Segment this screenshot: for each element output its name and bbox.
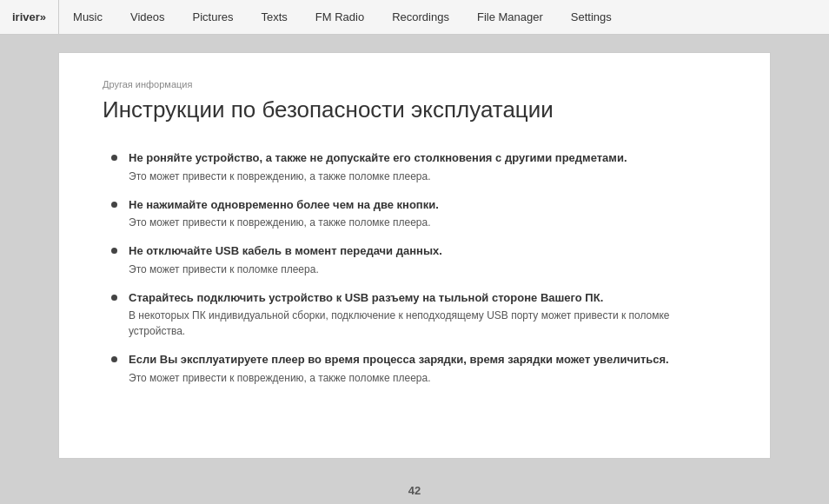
list-item: Не роняйте устройство, а также не допуск… [111, 149, 726, 184]
logo-text: iriver [12, 10, 40, 23]
bullet-main-text: Не отключайте USB кабель в момент переда… [129, 242, 726, 260]
nav-item-music[interactable]: Music [59, 0, 116, 34]
nav-item-videos[interactable]: Videos [116, 0, 179, 34]
logo-arrow-icon: » [40, 10, 46, 23]
breadcrumb: Другая информация [103, 79, 726, 90]
nav-item-fm-radio[interactable]: FM Radio [302, 0, 378, 34]
nav-item-file-manager[interactable]: File Manager [463, 0, 557, 34]
page-title: Инструкции по безопасности эксплуатации [103, 96, 726, 123]
bullet-main-text: Не роняйте устройство, а также не допуск… [129, 149, 726, 167]
logo[interactable]: iriver » [9, 0, 59, 34]
nav-item-texts[interactable]: Texts [247, 0, 301, 34]
footer: 42 [0, 476, 829, 504]
bullet-main-text: Не нажимайте одновременно более чем на д… [129, 196, 726, 214]
page-number: 42 [408, 484, 421, 497]
bullet-main-text: Если Вы эксплуатируете плеер во время пр… [129, 351, 726, 368]
nav-item-pictures[interactable]: Pictures [179, 0, 248, 34]
bullet-sub-text: Это может привести к поломке плеера. [129, 262, 726, 277]
list-item: Старайтесь подключить устройство к USB р… [111, 289, 726, 340]
list-item: Если Вы эксплуатируете плеер во время пр… [111, 351, 726, 386]
content-card: Другая информация Инструкции по безопасн… [58, 52, 771, 459]
bullet-sub-text: В некоторых ПК индивидуальной сборки, по… [129, 308, 726, 339]
navigation-bar: iriver » Music Videos Pictures Texts FM … [0, 0, 829, 35]
bullet-sub-text: Это может привести к повреждению, а такж… [129, 370, 726, 386]
bullet-sub-text: Это может привести к повреждению, а такж… [129, 215, 726, 230]
list-item: Не отключайте USB кабель в момент переда… [111, 242, 726, 277]
bullet-list: Не роняйте устройство, а также не допуск… [111, 149, 726, 386]
bullet-sub-text: Это может привести к повреждению, а такж… [129, 169, 726, 184]
nav-item-settings[interactable]: Settings [557, 0, 626, 34]
list-item: Не нажимайте одновременно более чем на д… [111, 196, 726, 231]
nav-item-recordings[interactable]: Recordings [378, 0, 463, 34]
bullet-main-text: Старайтесь подключить устройство к USB р… [129, 289, 726, 307]
main-content: Другая информация Инструкции по безопасн… [0, 35, 829, 476]
